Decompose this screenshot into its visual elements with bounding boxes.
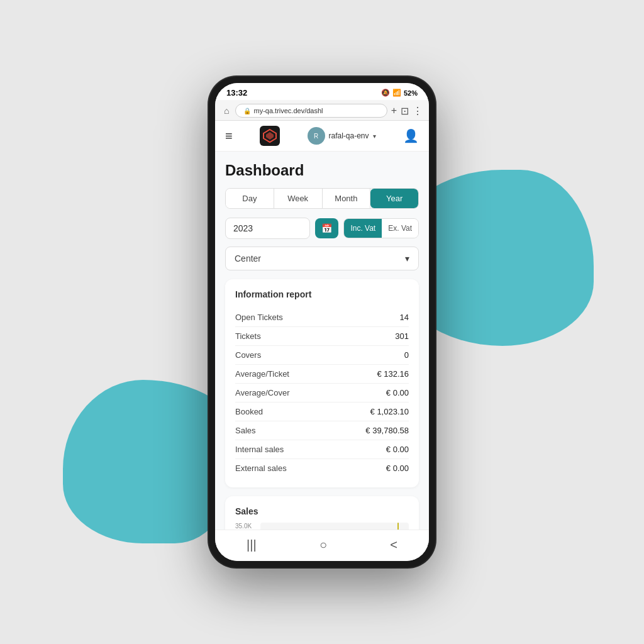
- status-time: 13:32: [226, 88, 247, 97]
- row-label-open-tickets: Open Tickets: [235, 313, 283, 322]
- table-row: Sales € 39,780.58: [235, 421, 409, 440]
- table-row: Average/Ticket € 132.16: [235, 365, 409, 384]
- battery-text: 52%: [404, 89, 418, 97]
- ex-vat-button[interactable]: Ex. Vat: [382, 219, 418, 238]
- row-label-booked: Booked: [235, 407, 263, 416]
- tab-day[interactable]: Day: [226, 189, 274, 208]
- url-text: my-qa.trivec.dev/dashl: [253, 107, 323, 114]
- env-name-text: rafal-qa-env: [329, 131, 369, 140]
- back-button[interactable]: <: [380, 535, 408, 555]
- mute-icon: 🔕: [381, 89, 390, 97]
- row-value-external-sales: € 0.00: [386, 464, 409, 473]
- row-value-avg-cover: € 0.00: [386, 388, 409, 397]
- chart-bars-area: [260, 523, 409, 530]
- status-bar: 13:32 🔕 📶 52%: [215, 83, 429, 100]
- chart-bar: [397, 523, 399, 530]
- row-value-tickets: 301: [395, 331, 409, 341]
- row-label-avg-ticket: Average/Ticket: [235, 369, 289, 379]
- center-value: Center: [235, 253, 261, 264]
- url-lock-icon: 🔒: [243, 108, 251, 114]
- sales-chart-title: Sales: [235, 506, 409, 516]
- main-content: Dashboard Day Week Month Year 2023 📅 Inc…: [215, 152, 429, 530]
- sales-chart-area: 35.0K 32.5K: [235, 523, 409, 530]
- tab-week[interactable]: Week: [274, 189, 323, 208]
- browser-tabs-row: ⌂ 🔒 my-qa.trivec.dev/dashl + ⊡ ⋮: [215, 100, 429, 120]
- info-report-card: Information report Open Tickets 14 Ticke…: [225, 279, 419, 487]
- date-vat-row: 2023 📅 Inc. Vat Ex. Vat: [225, 218, 419, 239]
- center-dropdown[interactable]: Center ▾: [225, 247, 419, 270]
- tab-month[interactable]: Month: [323, 189, 371, 208]
- browser-tabs-button[interactable]: ⊡: [401, 105, 409, 117]
- table-row: External sales € 0.00: [235, 459, 409, 477]
- row-value-avg-ticket: € 132.16: [377, 369, 409, 379]
- table-row: Internal sales € 0.00: [235, 440, 409, 459]
- row-label-sales: Sales: [235, 426, 256, 435]
- recents-button[interactable]: |||: [236, 535, 267, 555]
- bottom-nav: ||| ○ <: [215, 530, 429, 561]
- browser-url-bar[interactable]: 🔒 my-qa.trivec.dev/dashl: [235, 104, 387, 118]
- row-label-external-sales: External sales: [235, 464, 287, 473]
- browser-chrome: ⌂ 🔒 my-qa.trivec.dev/dashl + ⊡ ⋮: [215, 100, 429, 121]
- year-input[interactable]: 2023: [225, 218, 310, 239]
- row-value-sales: € 39,780.58: [365, 426, 409, 435]
- env-avatar: R: [308, 127, 325, 145]
- browser-home-button[interactable]: ⌂: [221, 104, 231, 117]
- info-report-title: Information report: [235, 289, 409, 299]
- table-row: Open Tickets 14: [235, 308, 409, 327]
- table-row: Booked € 1,023.10: [235, 402, 409, 421]
- row-label-avg-cover: Average/Cover: [235, 388, 289, 397]
- sales-chart-card: Sales 35.0K 32.5K: [225, 496, 419, 530]
- row-value-internal-sales: € 0.00: [386, 445, 409, 454]
- row-value-covers: 0: [404, 350, 409, 360]
- app-header: ≡ R rafal-qa-env ▾ 👤: [215, 121, 429, 152]
- chart-y-labels: 35.0K 32.5K: [235, 523, 258, 530]
- scene: 13:32 🔕 📶 52% ⌂ 🔒 my-qa.trivec.dev/dashl…: [0, 0, 644, 644]
- phone-screen: 13:32 🔕 📶 52% ⌂ 🔒 my-qa.trivec.dev/dashl…: [215, 83, 429, 561]
- app-logo: [260, 126, 280, 146]
- table-row: Average/Cover € 0.00: [235, 384, 409, 402]
- inc-vat-button[interactable]: Inc. Vat: [344, 219, 382, 238]
- year-value: 2023: [233, 223, 253, 233]
- browser-new-tab-button[interactable]: +: [391, 105, 397, 116]
- env-selector[interactable]: R rafal-qa-env ▾: [308, 127, 376, 145]
- signal-icon: 📶: [392, 89, 401, 97]
- status-icons: 🔕 📶 52%: [381, 89, 418, 97]
- table-row: Covers 0: [235, 346, 409, 365]
- user-profile-button[interactable]: 👤: [403, 128, 419, 143]
- chart-y-label-top: 35.0K: [235, 523, 258, 530]
- row-label-tickets: Tickets: [235, 331, 261, 341]
- center-chevron-icon: ▾: [405, 253, 409, 264]
- env-chevron-icon: ▾: [373, 133, 376, 140]
- row-value-open-tickets: 14: [400, 313, 409, 322]
- hamburger-menu-button[interactable]: ≡: [225, 129, 233, 143]
- tab-year[interactable]: Year: [370, 189, 418, 208]
- period-tabs: Day Week Month Year: [225, 188, 419, 209]
- row-label-internal-sales: Internal sales: [235, 445, 284, 454]
- page-title: Dashboard: [225, 162, 419, 179]
- home-button[interactable]: ○: [309, 535, 337, 555]
- browser-menu-button[interactable]: ⋮: [413, 105, 423, 117]
- vat-toggle: Inc. Vat Ex. Vat: [343, 218, 419, 238]
- table-row: Tickets 301: [235, 327, 409, 346]
- row-label-covers: Covers: [235, 350, 261, 360]
- phone-shell: 13:32 🔕 📶 52% ⌂ 🔒 my-qa.trivec.dev/dashl…: [209, 77, 435, 567]
- calendar-button[interactable]: 📅: [315, 218, 338, 238]
- row-value-booked: € 1,023.10: [370, 407, 409, 416]
